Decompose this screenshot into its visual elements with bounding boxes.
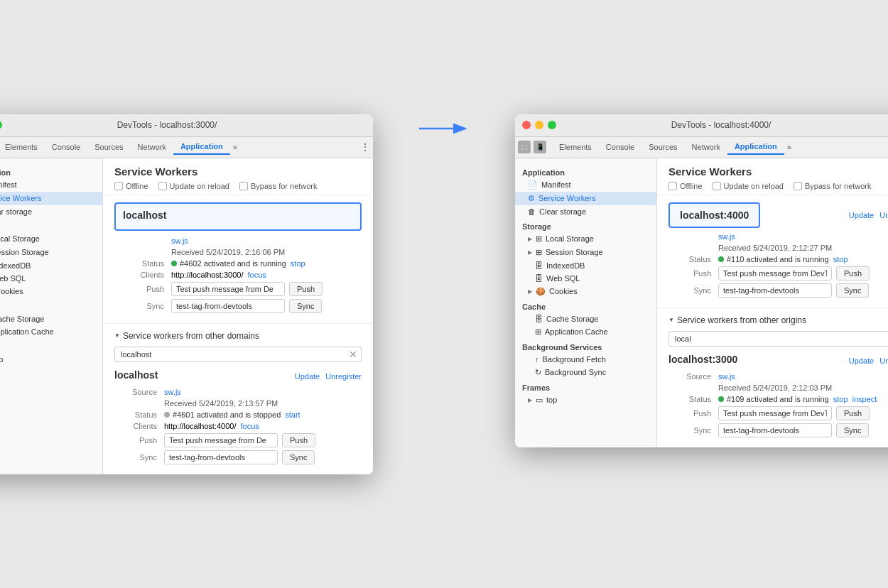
update-link-2[interactable]: Update [849, 211, 874, 219]
other-sw-stop-link-2[interactable]: stop [833, 395, 848, 403]
other-sw-push-input-1[interactable] [164, 433, 278, 447]
update-on-reload-option-1[interactable]: Update on reload [158, 182, 229, 190]
update-on-reload-checkbox-1[interactable] [158, 182, 167, 190]
sidebar-item-appcache-1[interactable]: ⊞ Application Cache [0, 325, 102, 339]
offline-checkbox-1[interactable] [114, 182, 123, 190]
tab-application-1[interactable]: Application [173, 139, 230, 155]
sw-push-btn-1[interactable]: Push [289, 282, 323, 296]
tab-overflow-1[interactable]: » [230, 143, 240, 151]
sidebar-item-clearstorage-1[interactable]: 🗑 Clear storage [0, 205, 102, 218]
offline-option-1[interactable]: Offline [114, 182, 148, 190]
sidebar-item-top-1[interactable]: ▶ ▭ top [0, 353, 102, 366]
other-domains-1: ▼ Service workers from other domains ✕ l… [103, 324, 373, 474]
window-controls-1[interactable] [0, 121, 2, 129]
other-status-dot-1 [164, 412, 170, 418]
bypass-option-1[interactable]: Bypass for network [239, 182, 318, 190]
tab-application-2[interactable]: Application [727, 139, 784, 155]
bypass-option-2[interactable]: Bypass for network [794, 182, 872, 190]
device-icon-2[interactable]: 📱 [534, 141, 546, 153]
sw-focus-link-1[interactable]: focus [248, 271, 266, 279]
sidebar-item-cachestorage-1[interactable]: 🗄 Cache Storage [0, 312, 102, 325]
sw-status-text-2: #110 activated and is running [727, 255, 829, 263]
other-sw-push-btn-2[interactable]: Push [836, 406, 870, 420]
update-on-reload-checkbox-2[interactable] [713, 182, 721, 190]
tab-network-1[interactable]: Network [131, 140, 173, 154]
other-sw-source-link-1[interactable]: sw.js [164, 388, 181, 396]
sidebar-item-cachestorage-2[interactable]: 🗄 Cache Storage [515, 312, 656, 325]
tab-network-2[interactable]: Network [685, 140, 727, 154]
tab-console-2[interactable]: Console [599, 140, 641, 154]
tab-more-1[interactable]: ⋮ [360, 141, 370, 153]
other-update-link-2[interactable]: Update [849, 356, 874, 365]
other-sw-sync-btn-1[interactable]: Sync [282, 450, 315, 464]
sidebar-item-indexeddb-2[interactable]: 🗄 IndexedDB [515, 259, 656, 272]
sw-stop-link-1[interactable]: stop [291, 259, 305, 268]
update-link-1[interactable]: Update [295, 372, 320, 381]
sw-sync-input-2[interactable] [718, 283, 832, 298]
other-sw-sync-input-2[interactable] [718, 423, 832, 437]
other-unregister-link-2[interactable]: Unregister [879, 356, 888, 365]
sidebar-item-manifest-2[interactable]: 📄 Manifest [515, 178, 656, 192]
sidebar-item-sessionstorage-1[interactable]: ▶ ⊞ Session Storage [0, 246, 102, 259]
other-sw-sync-input-1[interactable] [164, 450, 278, 464]
other-sw-push-row-1: Push Push [114, 433, 362, 447]
other-sw-start-link-1[interactable]: start [285, 410, 300, 419]
other-sw-push-btn-1[interactable]: Push [282, 433, 315, 447]
tab-sources-2[interactable]: Sources [641, 140, 684, 154]
sw-stop-link-2[interactable]: stop [833, 255, 848, 263]
sw-sync-btn-1[interactable]: Sync [289, 299, 322, 313]
sidebar-item-indexeddb-1[interactable]: 🗄 IndexedDB [0, 259, 102, 272]
sw-hostname-2: localhost:4000 [680, 209, 749, 221]
sw-actions-2: Update Unregister [849, 211, 888, 219]
other-sw-push-input-2[interactable] [718, 406, 832, 420]
sidebar-item-cookies-2[interactable]: ▶ 🍪 Cookies [515, 285, 656, 298]
unregister-link-1[interactable]: Unregister [325, 372, 362, 381]
sidebar-item-appcache-2[interactable]: ⊞ Application Cache [515, 325, 656, 339]
update-on-reload-option-2[interactable]: Update on reload [713, 182, 784, 190]
other-sw-focus-link-1[interactable]: focus [241, 422, 259, 430]
sidebar-item-localstorage-1[interactable]: ▶ ⊞ Local Storage [0, 232, 102, 246]
tab-elements-2[interactable]: Elements [552, 140, 599, 154]
filter-clear-icon-1[interactable]: ✕ [349, 349, 357, 360]
sidebar-item-websql-1[interactable]: 🗄 Web SQL [0, 272, 102, 285]
other-sw-source-link-2[interactable]: sw.js [718, 372, 735, 381]
tab-sources-1[interactable]: Sources [87, 140, 130, 154]
tab-console-1[interactable]: Console [45, 140, 87, 154]
sw-sync-btn-2[interactable]: Sync [836, 283, 869, 298]
sidebar-item-bgsync-2[interactable]: ↻ Background Sync [515, 366, 656, 379]
other-origin-hostname-row-2: localhost:3000 Update Unregister [668, 354, 888, 368]
sidebar-item-serviceworkers-1[interactable]: ⚙ Service Workers [0, 192, 102, 205]
maximize-button-1[interactable] [0, 121, 2, 129]
unregister-link-2[interactable]: Unregister [879, 211, 888, 219]
sidebar-item-top-2[interactable]: ▶ ▭ top [515, 393, 656, 407]
sw-source-link-1[interactable]: sw.js [171, 236, 188, 245]
offline-checkbox-2[interactable] [668, 182, 677, 190]
maximize-button-2[interactable] [548, 121, 556, 129]
sidebar-item-manifest-1[interactable]: 📄 Manifest [0, 178, 102, 192]
sw-push-input-1[interactable] [171, 282, 285, 296]
bypass-checkbox-1[interactable] [239, 182, 248, 190]
offline-option-2[interactable]: Offline [668, 182, 703, 190]
filter-input-2[interactable] [668, 331, 888, 347]
sw-push-input-2[interactable] [718, 266, 832, 281]
sidebar-item-websql-2[interactable]: 🗄 Web SQL [515, 272, 656, 285]
sw-source-link-2[interactable]: sw.js [718, 232, 735, 241]
inspect-icon-2[interactable]: ⬚ [518, 141, 531, 153]
sidebar-item-cookies-1[interactable]: ▶ 🍪 Cookies [0, 285, 102, 298]
sidebar-item-serviceworkers-2[interactable]: ⚙ Service Workers [515, 192, 656, 205]
bypass-checkbox-2[interactable] [794, 182, 802, 190]
sidebar-item-sessionstorage-2[interactable]: ▶ ⊞ Session Storage [515, 246, 656, 259]
tab-elements-1[interactable]: Elements [0, 140, 45, 154]
other-sw-sync-btn-2[interactable]: Sync [836, 423, 869, 437]
sw-sync-input-1[interactable] [171, 299, 285, 313]
other-sw-inspect-link-2[interactable]: inspect [852, 395, 877, 403]
sidebar-item-localstorage-2[interactable]: ▶ ⊞ Local Storage [515, 232, 656, 246]
sidebar-item-bgfetch-2[interactable]: ↑ Background Fetch [515, 353, 656, 366]
minimize-button-2[interactable] [535, 121, 543, 129]
filter-input-1[interactable] [114, 347, 362, 362]
close-button-2[interactable] [522, 121, 531, 129]
tab-overflow-2[interactable]: » [784, 143, 794, 151]
sw-push-btn-2[interactable]: Push [836, 266, 870, 281]
window-controls-2[interactable] [522, 121, 556, 129]
sidebar-item-clearstorage-2[interactable]: 🗑 Clear storage [515, 205, 656, 218]
